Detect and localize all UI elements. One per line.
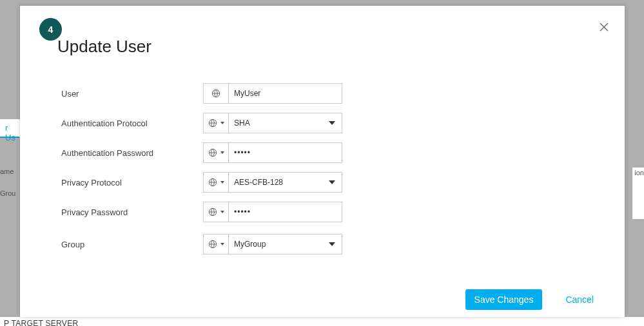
globe-icon [208,148,217,157]
modal-footer: Save Changes Cancel [20,282,625,317]
group-value: MyGroup [234,240,266,249]
chevron-down-icon [220,181,224,184]
scope-button-privacy-password[interactable] [203,202,229,222]
label-user: User [61,89,203,99]
cancel-button[interactable]: Cancel [561,294,598,305]
auth-protocol-value: SHA [234,119,250,128]
row-privacy-protocol: Privacy Protocol AES-CFB-128 [61,172,409,193]
background-col-2: Grou [0,189,14,200]
auth-protocol-select[interactable]: SHA [229,113,342,133]
globe-icon [211,89,220,98]
row-group: Group MyGroup [61,234,409,254]
privacy-password-value: ••••• [234,207,251,216]
chevron-down-icon [329,180,335,184]
row-auth-protocol: Authentication Protocol SHA [61,113,409,133]
auth-password-field[interactable]: ••••• [229,142,342,163]
label-privacy-protocol: Privacy Protocol [61,178,203,187]
chevron-down-icon [220,151,224,154]
form-area: User Authentication Protocol SHA [61,83,409,264]
scope-button-auth-protocol[interactable] [203,113,229,133]
label-privacy-password: Privacy Password [61,207,203,217]
scope-button-privacy-protocol[interactable] [203,172,229,193]
background-tab-underline [0,137,19,138]
chevron-down-icon [220,211,224,213]
chevron-down-icon [329,121,335,125]
chevron-down-icon [220,243,224,245]
globe-icon [208,207,217,216]
privacy-protocol-select[interactable]: AES-CFB-128 [229,172,342,193]
background-tab-fragment: r Us [0,119,20,137]
privacy-password-field[interactable]: ••••• [229,202,342,222]
globe-icon [208,240,217,249]
save-changes-button[interactable]: Save Changes [465,289,543,310]
privacy-protocol-value: AES-CFB-128 [234,178,283,187]
auth-password-value: ••••• [234,148,251,157]
label-group: Group [61,240,203,249]
row-privacy-password: Privacy Password ••••• [61,202,409,222]
background-col-1: ame [0,168,14,178]
globe-icon [208,178,217,187]
scope-button-group[interactable] [203,234,229,254]
row-auth-password: Authentication Password ••••• [61,142,409,163]
group-select[interactable]: MyGroup [229,234,342,254]
step-number: 4 [48,24,54,35]
label-auth-protocol: Authentication Protocol [61,119,203,128]
row-user: User [61,83,409,104]
user-input[interactable] [234,89,337,98]
chevron-down-icon [220,122,224,124]
globe-icon [208,119,217,128]
close-icon [599,22,609,32]
background-right-fragment: ion [632,168,644,219]
background-bottom-text: P TARGET SERVER [4,319,78,326]
background-bottom-bar [0,317,644,326]
user-field[interactable] [229,83,342,104]
label-auth-password: Authentication Password [61,148,203,158]
scope-button-user[interactable] [203,83,229,104]
update-user-modal: 4 Update User User Authentication Protoc… [20,6,625,317]
chevron-down-icon [329,242,335,246]
close-button[interactable] [599,22,612,35]
modal-title: Update User [57,37,151,57]
scope-button-auth-password[interactable] [203,142,229,163]
